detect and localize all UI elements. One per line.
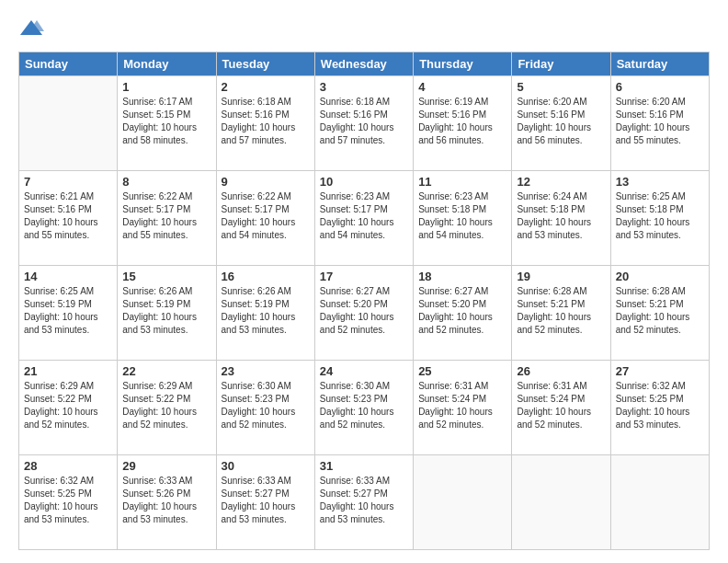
calendar-cell: 19 Sunrise: 6:28 AM Sunset: 5:21 PM Dayl… (512, 266, 610, 361)
day-number: 3 (320, 80, 408, 94)
sunrise-label: Sunrise: 6:31 AM (418, 381, 488, 391)
day-info: Sunrise: 6:26 AM Sunset: 5:19 PM Dayligh… (122, 285, 210, 337)
calendar-cell: 31 Sunrise: 6:33 AM Sunset: 5:27 PM Dayl… (314, 455, 413, 550)
sunrise-label: Sunrise: 6:32 AM (24, 476, 94, 486)
sunset-label: Sunset: 5:24 PM (418, 394, 486, 404)
calendar-header-saturday: Saturday (610, 52, 709, 76)
sunrise-label: Sunrise: 6:19 AM (418, 97, 488, 107)
day-info: Sunrise: 6:31 AM Sunset: 5:24 PM Dayligh… (517, 380, 605, 431)
calendar-header-row: SundayMondayTuesdayWednesdayThursdayFrid… (19, 52, 710, 76)
day-info: Sunrise: 6:28 AM Sunset: 5:21 PM Dayligh… (517, 285, 605, 337)
daylight-label: Daylight: 10 hours and 52 minutes. (222, 407, 296, 430)
calendar-header-thursday: Thursday (414, 52, 512, 76)
day-number: 24 (320, 364, 408, 378)
sunrise-label: Sunrise: 6:21 AM (24, 191, 94, 201)
calendar-cell: 23 Sunrise: 6:30 AM Sunset: 5:23 PM Dayl… (216, 361, 314, 455)
calendar-cell: 11 Sunrise: 6:23 AM Sunset: 5:18 PM Dayl… (414, 171, 512, 266)
daylight-label: Daylight: 10 hours and 56 minutes. (418, 122, 493, 145)
day-info: Sunrise: 6:29 AM Sunset: 5:22 PM Dayligh… (122, 380, 210, 431)
daylight-label: Daylight: 10 hours and 53 minutes. (222, 312, 296, 335)
calendar-cell: 3 Sunrise: 6:18 AM Sunset: 5:16 PM Dayli… (314, 76, 413, 171)
sunset-label: Sunset: 5:15 PM (122, 109, 190, 120)
day-number: 9 (222, 175, 310, 189)
sunrise-label: Sunrise: 6:18 AM (320, 97, 390, 107)
sunrise-label: Sunrise: 6:29 AM (24, 381, 94, 391)
sunrise-label: Sunrise: 6:27 AM (320, 286, 390, 296)
day-number: 22 (122, 364, 210, 378)
day-number: 19 (517, 270, 605, 283)
daylight-label: Daylight: 10 hours and 55 minutes. (122, 217, 197, 240)
sunset-label: Sunset: 5:19 PM (222, 299, 290, 309)
sunset-label: Sunset: 5:23 PM (320, 394, 388, 404)
page: SundayMondayTuesdayWednesdayThursdayFrid… (0, 0, 728, 563)
sunrise-label: Sunrise: 6:33 AM (122, 476, 192, 486)
sunset-label: Sunset: 5:27 PM (222, 488, 290, 499)
calendar-cell: 7 Sunrise: 6:21 AM Sunset: 5:16 PM Dayli… (19, 171, 118, 266)
daylight-label: Daylight: 10 hours and 57 minutes. (222, 122, 296, 145)
sunset-label: Sunset: 5:20 PM (320, 299, 388, 309)
header (18, 17, 710, 42)
sunset-label: Sunset: 5:17 PM (122, 204, 190, 214)
sunset-label: Sunset: 5:17 PM (320, 204, 388, 214)
sunrise-label: Sunrise: 6:23 AM (320, 191, 390, 201)
daylight-label: Daylight: 10 hours and 53 minutes. (616, 217, 690, 240)
daylight-label: Daylight: 10 hours and 53 minutes. (320, 501, 394, 524)
calendar-cell: 26 Sunrise: 6:31 AM Sunset: 5:24 PM Dayl… (512, 361, 610, 455)
day-number: 17 (320, 270, 408, 283)
day-number: 23 (222, 364, 310, 378)
sunrise-label: Sunrise: 6:18 AM (222, 97, 291, 107)
day-info: Sunrise: 6:28 AM Sunset: 5:21 PM Dayligh… (616, 285, 704, 337)
day-info: Sunrise: 6:26 AM Sunset: 5:19 PM Dayligh… (222, 285, 310, 337)
calendar-cell: 6 Sunrise: 6:20 AM Sunset: 5:16 PM Dayli… (610, 76, 709, 171)
calendar-table: SundayMondayTuesdayWednesdayThursdayFrid… (18, 52, 710, 550)
sunset-label: Sunset: 5:22 PM (24, 394, 92, 404)
calendar-week-3: 21 Sunrise: 6:29 AM Sunset: 5:22 PM Dayl… (19, 361, 710, 455)
calendar-cell (414, 455, 512, 550)
daylight-label: Daylight: 10 hours and 52 minutes. (24, 407, 98, 430)
sunset-label: Sunset: 5:19 PM (122, 299, 190, 309)
sunrise-label: Sunrise: 6:25 AM (24, 286, 94, 296)
calendar-week-0: 1 Sunrise: 6:17 AM Sunset: 5:15 PM Dayli… (19, 76, 710, 171)
daylight-label: Daylight: 10 hours and 52 minutes. (517, 407, 591, 430)
day-number: 1 (122, 80, 210, 94)
sunset-label: Sunset: 5:16 PM (320, 109, 388, 120)
day-number: 16 (222, 270, 310, 283)
calendar-cell (512, 455, 610, 550)
sunset-label: Sunset: 5:18 PM (418, 204, 486, 214)
sunrise-label: Sunrise: 6:29 AM (122, 381, 192, 391)
sunset-label: Sunset: 5:24 PM (517, 394, 585, 404)
calendar-cell (19, 76, 118, 171)
day-number: 7 (24, 175, 112, 189)
day-info: Sunrise: 6:22 AM Sunset: 5:17 PM Dayligh… (122, 190, 210, 242)
sunset-label: Sunset: 5:22 PM (122, 394, 190, 404)
day-info: Sunrise: 6:18 AM Sunset: 5:16 PM Dayligh… (320, 96, 408, 147)
day-info: Sunrise: 6:30 AM Sunset: 5:23 PM Dayligh… (222, 380, 310, 431)
day-number: 28 (24, 459, 112, 473)
calendar-header-monday: Monday (118, 52, 216, 76)
day-info: Sunrise: 6:21 AM Sunset: 5:16 PM Dayligh… (24, 190, 112, 242)
sunrise-label: Sunrise: 6:26 AM (122, 286, 192, 296)
daylight-label: Daylight: 10 hours and 53 minutes. (24, 312, 98, 335)
sunrise-label: Sunrise: 6:27 AM (418, 286, 488, 296)
sunset-label: Sunset: 5:25 PM (24, 488, 92, 499)
day-number: 6 (616, 80, 704, 94)
day-number: 20 (616, 270, 704, 283)
calendar-cell: 18 Sunrise: 6:27 AM Sunset: 5:20 PM Dayl… (414, 266, 512, 361)
daylight-label: Daylight: 10 hours and 54 minutes. (320, 217, 394, 240)
sunset-label: Sunset: 5:21 PM (616, 299, 684, 309)
day-info: Sunrise: 6:19 AM Sunset: 5:16 PM Dayligh… (418, 96, 506, 147)
logo (18, 17, 48, 42)
daylight-label: Daylight: 10 hours and 53 minutes. (222, 501, 296, 524)
daylight-label: Daylight: 10 hours and 54 minutes. (418, 217, 493, 240)
day-number: 10 (320, 175, 408, 189)
day-number: 5 (517, 80, 605, 94)
calendar-cell: 28 Sunrise: 6:32 AM Sunset: 5:25 PM Dayl… (19, 455, 118, 550)
daylight-label: Daylight: 10 hours and 53 minutes. (122, 312, 197, 335)
day-number: 25 (418, 364, 506, 378)
daylight-label: Daylight: 10 hours and 53 minutes. (122, 501, 197, 524)
day-info: Sunrise: 6:33 AM Sunset: 5:27 PM Dayligh… (222, 475, 310, 526)
day-info: Sunrise: 6:33 AM Sunset: 5:26 PM Dayligh… (122, 475, 210, 526)
day-number: 15 (122, 270, 210, 283)
calendar-cell: 27 Sunrise: 6:32 AM Sunset: 5:25 PM Dayl… (610, 361, 709, 455)
day-info: Sunrise: 6:23 AM Sunset: 5:18 PM Dayligh… (418, 190, 506, 242)
